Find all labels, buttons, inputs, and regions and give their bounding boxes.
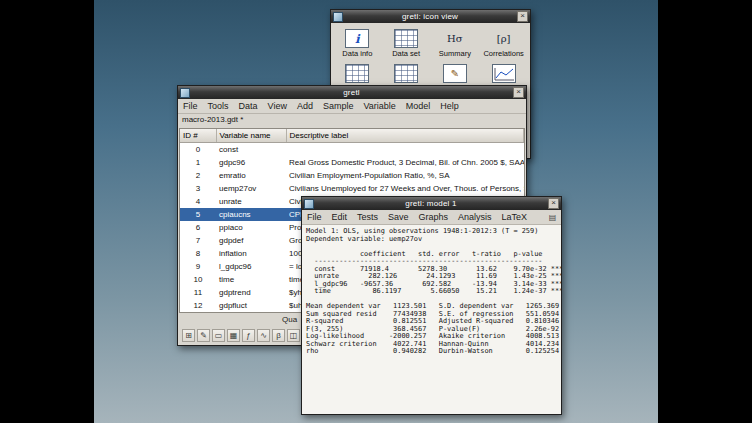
dataset-filename: macro-2013.gdt * — [178, 114, 526, 128]
icon-label: Data set — [392, 49, 420, 58]
session-item-data-info[interactable]: i Data info — [333, 29, 382, 58]
databases-icon[interactable]: ◫ — [287, 329, 300, 342]
data-set-icon — [394, 29, 418, 48]
menu-sample[interactable]: Sample — [318, 101, 359, 111]
menu-data[interactable]: Data — [234, 101, 263, 111]
col-header-name[interactable]: Variable name — [216, 129, 286, 143]
model-window: gretl: model 1 × File Edit Tests Save Gr… — [301, 196, 562, 415]
model-titlebar[interactable]: gretl: model 1 × — [302, 197, 561, 210]
window-title: gretl: icon view — [345, 12, 515, 21]
window-title: gretl: model 1 — [316, 199, 546, 208]
model-menubar: File Edit Tests Save Graphs Analysis LaT… — [302, 210, 561, 225]
col-header-label[interactable]: Descriptive label — [286, 129, 524, 143]
table-header-row: ID # Variable name Descriptive label — [180, 129, 524, 143]
variable-row[interactable]: 0 const — [180, 143, 524, 157]
graph-icon[interactable]: ∿ — [257, 329, 270, 342]
window-menu-icon[interactable] — [304, 199, 314, 209]
menu-save[interactable]: Save — [383, 212, 414, 222]
main-titlebar[interactable]: gretl × — [178, 86, 526, 99]
icon-label: Summary — [439, 49, 471, 58]
add-to-session-icon[interactable]: ▤ — [547, 212, 558, 223]
model-output: Model 1: OLS, using observations 1948:1-… — [302, 225, 561, 414]
menu-graphs[interactable]: Graphs — [414, 212, 454, 222]
screen: gretl: icon view × i Data info Data set … — [0, 0, 752, 423]
main-menubar: File Tools Data View Add Sample Variable… — [178, 99, 526, 114]
menu-add[interactable]: Add — [292, 101, 318, 111]
menu-variable[interactable]: Variable — [358, 101, 400, 111]
close-icon[interactable]: × — [548, 198, 559, 209]
session-item-summary[interactable]: Hσ Summary — [431, 29, 480, 58]
data-info-icon: i — [345, 29, 369, 48]
menu-edit[interactable]: Edit — [327, 212, 353, 222]
session-item-data-set[interactable]: Data set — [382, 29, 431, 58]
variable-row[interactable]: 2 emratio Civilian Employment-Population… — [180, 169, 524, 182]
close-icon[interactable]: × — [517, 11, 528, 22]
session-icon-view-icon[interactable]: ▦ — [227, 329, 240, 342]
new-script-icon[interactable]: ✎ — [197, 329, 210, 342]
menu-tools[interactable]: Tools — [203, 101, 234, 111]
menu-latex[interactable]: LaTeX — [497, 212, 533, 222]
function-packages-icon[interactable]: ƒ — [242, 329, 255, 342]
window-menu-icon[interactable] — [180, 88, 190, 98]
menu-model[interactable]: Model — [401, 101, 436, 111]
graph-page-icon — [492, 64, 516, 83]
menu-help[interactable]: Help — [435, 101, 464, 111]
window-title: gretl — [192, 88, 511, 97]
console-icon[interactable]: ▭ — [212, 329, 225, 342]
menu-tests[interactable]: Tests — [352, 212, 383, 222]
col-header-id[interactable]: ID # — [180, 129, 216, 143]
model-table-icon — [345, 64, 369, 83]
session-item-correlations[interactable]: [ρ] Correlations — [479, 29, 528, 58]
variable-row[interactable]: 1 gdpc96 Real Gross Domestic Product, 3 … — [180, 156, 524, 169]
variable-row[interactable]: 3 uemp27ov Civilians Unemployed for 27 W… — [180, 182, 524, 195]
icon-label: Correlations — [483, 49, 523, 58]
window-menu-icon[interactable] — [333, 12, 343, 22]
menu-view[interactable]: View — [263, 101, 292, 111]
model-icon[interactable]: β — [272, 329, 285, 342]
calculator-icon[interactable]: ⊞ — [182, 329, 195, 342]
icon-label: Data info — [342, 49, 372, 58]
icon-view-titlebar[interactable]: gretl: icon view × — [331, 10, 530, 23]
menu-file[interactable]: File — [178, 101, 203, 111]
close-icon[interactable]: × — [513, 87, 524, 98]
summary-icon: Hσ — [443, 29, 467, 48]
menu-file[interactable]: File — [302, 212, 327, 222]
correlations-icon: [ρ] — [492, 29, 516, 48]
menu-analysis[interactable]: Analysis — [453, 212, 497, 222]
scalars-icon — [394, 64, 418, 83]
notes-icon: ✎ — [443, 64, 467, 83]
